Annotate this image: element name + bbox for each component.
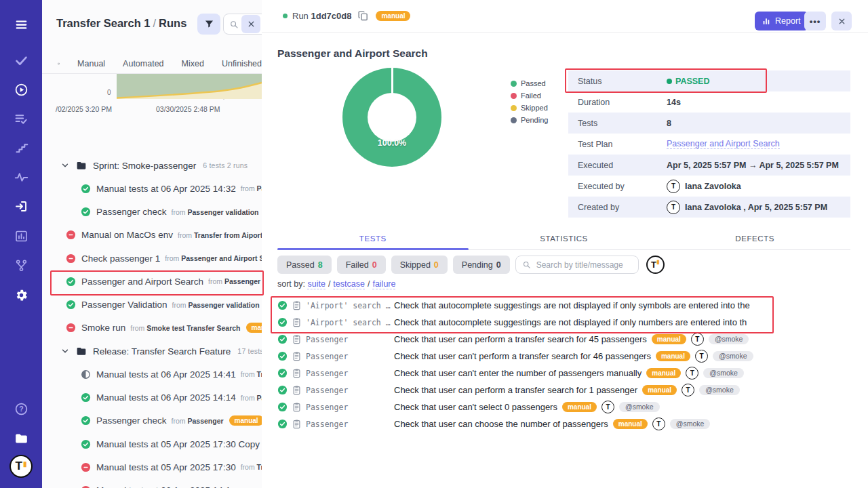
runs-type-tabs: ManualAutomatedMixedUnfinished [42,54,262,74]
tree-run-item[interactable]: Smoke runfrom Smoke test Transfer Search… [42,317,262,340]
search-icon [522,260,531,269]
progress-status-icon [81,369,91,380]
tree-run-item[interactable]: Manual tests at 05 Apr 2025 17:30from Tr… [42,455,262,479]
test-title: Check that user can perform a transfer s… [394,334,647,344]
filter-chip-skipped[interactable]: Skipped0 [391,256,448,274]
tree-folder[interactable]: Release: Transfer Search Feature17 tests… [42,340,262,363]
sort-link-testcase[interactable]: testcase [333,279,365,289]
user-avatar: T [667,201,680,214]
test-row[interactable]: 'Airport' search …Check that autocomplet… [277,314,747,331]
sidebar-item-hamburger[interactable] [0,13,42,36]
tree-run-item[interactable]: Check passenger 1from Passenger and Airp… [42,247,262,270]
manual-badge: manual [642,385,677,395]
tests-search-input[interactable] [535,260,638,270]
sidebar-item-stairs[interactable] [0,136,42,159]
status-passed-badge: PASSED [667,77,709,86]
test-suite: 'Airport' search … [306,301,394,310]
chevron-down-icon[interactable] [61,161,69,169]
sidebar-item-bar-chart[interactable] [0,224,42,247]
tab-statistics[interactable]: STATISTICS [469,231,660,249]
filter-chip-failed[interactable]: Failed0 [337,256,386,274]
runs-tab-mixed[interactable]: Mixed [182,59,204,68]
run-label: Manual tests at 05 Apr 2025 17:30 [96,462,236,472]
testcase-icon [292,300,302,310]
tree-run-item[interactable]: Manual tests at 06 Apr 2025 14:41from Tr… [42,363,262,386]
test-row[interactable]: PassengerCheck that user can't enter the… [277,365,744,382]
breadcrumb-project[interactable]: Transfer Search 1 [56,17,151,29]
sidebar-item-branch[interactable] [0,253,42,277]
run-label: Manual tests at 06 Apr 2025 14:14 [96,392,236,403]
test-row[interactable]: 'Airport' search …Check that autocomplet… [277,297,750,314]
close-icon [837,17,846,26]
tab-defects[interactable]: DEFECTS [659,231,850,249]
test-row[interactable]: PassengerCheck that user can choose the … [277,415,710,432]
report-button[interactable]: Report [755,12,808,30]
close-run-button[interactable] [831,12,852,30]
sidebar-item-pulse[interactable] [0,165,42,188]
sidebar-item-checkmark[interactable] [0,49,42,72]
tree-run-item[interactable]: Passenger checkfrom Passenger validation… [42,201,262,224]
filter-chip-pending[interactable]: Pending0 [453,256,510,274]
sort-link-failure[interactable]: failure [372,279,395,289]
summary-label: Executed by [568,182,667,191]
sort-link-suite[interactable]: suite [307,279,325,289]
chip-count: 8 [318,260,323,270]
test-suite: Passenger [306,352,394,361]
filter-runs-button[interactable] [197,14,220,35]
filter-chip-passed[interactable]: Passed8 [277,256,332,274]
sidebar-item-sign-in[interactable] [0,195,42,218]
sidebar-logo[interactable]: T▮ [0,455,42,478]
sidebar-item-gear[interactable] [0,283,42,306]
tree-run-item[interactable]: Passenger checkfrom Passengermanual6 [42,409,262,432]
runs-tab-manual[interactable]: Manual [77,59,105,68]
passed-status-icon [277,368,288,378]
chevron-down-icon[interactable] [61,347,69,355]
test-title: Check that autocomplete suggestings are … [394,300,750,310]
tab-tests[interactable]: TESTS [277,231,469,249]
more-actions-button[interactable]: ••• [804,12,826,30]
user-avatar: T [601,401,614,413]
runs-tab-automated[interactable]: Automated [123,59,163,68]
tree-run-item[interactable]: Manual on MacOs envfrom Transfer from Ai… [42,224,262,247]
summary-value: 8 [667,119,671,128]
folder-meta: 17 tests 5 [237,347,262,355]
copy-icon[interactable] [357,10,369,22]
legend-label: Skipped [521,104,548,112]
sidebar-item-list-check[interactable] [0,107,42,130]
tree-folder[interactable]: Sprint: Smoke-passenger6 tests 2 runs [42,154,262,177]
test-row[interactable]: PassengerCheck that user can't perform a… [277,348,753,365]
smoke-tag: @smoke [713,351,753,362]
run-label: Manual tests at 06 Apr 2025 14:41 [96,369,236,380]
run-from: from Transfer from Aiport [178,231,262,239]
status-dot [667,79,672,84]
logo-t-icon: T▮ [9,455,33,478]
tests-search-box[interactable] [515,256,639,274]
test-plan-link[interactable]: Passenger and Airport Search [667,139,780,149]
tree-run-item[interactable]: Passenger Validationfrom Passenger valid… [42,293,262,317]
test-row[interactable]: PassengerCheck that user can perform a t… [277,331,749,348]
sidebar-item-help[interactable]: ? [0,397,42,420]
smoke-tag: @smoke [703,368,744,379]
tree-run-item[interactable]: Manual tests at 06 Apr 2025 14:1from [42,479,262,488]
run-status-dot [283,14,288,18]
sidebar-item-play-circle[interactable] [0,78,42,101]
sort-by-label: sort by: [277,279,307,289]
runs-tab-unfinished[interactable]: Unfinished [222,59,262,68]
folder-icon [76,346,87,357]
tree-run-item[interactable]: Passenger and Airport Searchfrom Passeng… [42,270,262,293]
run-from: from Tran [241,463,262,471]
tree-run-item[interactable]: Manual tests at 06 Apr 2025 14:14from Pa… [42,386,262,409]
tree-run-item[interactable]: Manual tests at 05 Apr 2025 17:30 Copyfr… [42,432,262,455]
legend-item-pending: Pending [511,114,548,126]
test-row[interactable]: PassengerCheck that user can perform a t… [277,382,740,399]
assignee-avatar-button[interactable]: T▮ [646,256,665,274]
tree-run-item[interactable]: Manual tests at 06 Apr 2025 14:32from Pa… [42,177,262,200]
summary-row-executed: ExecutedApr 5, 2025 5:57 PM → Apr 5, 202… [568,155,850,176]
sidebar-item-folder[interactable] [0,426,42,449]
run-from: from Pass [241,394,262,402]
failed-status-icon [81,485,91,488]
run-detail-panel: Run 1dd7c0d8 manual Report ••• Passenger… [262,0,868,488]
test-row[interactable]: PassengerCheck that user can't select 0 … [277,399,660,415]
legend-dot [511,105,517,111]
clear-search-button[interactable] [241,15,260,33]
